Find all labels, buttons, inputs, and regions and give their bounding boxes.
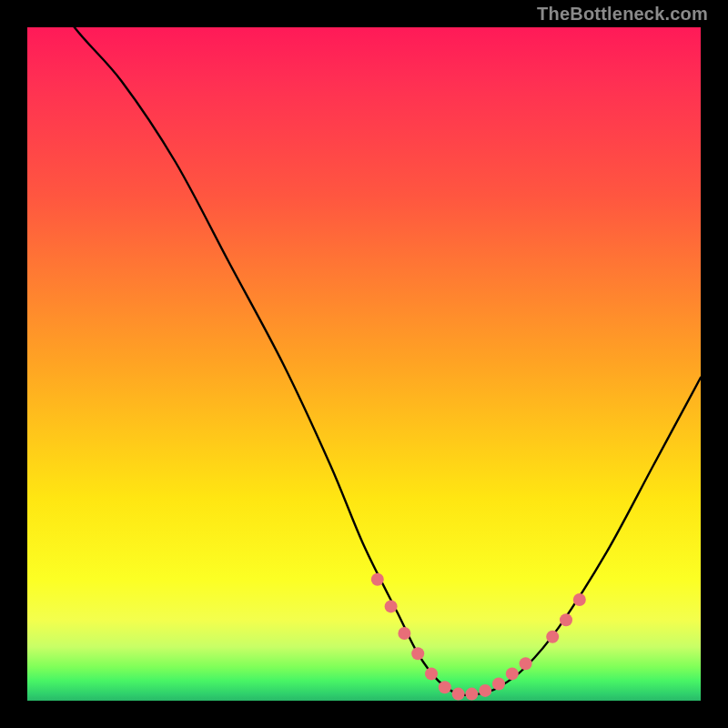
- trough-marker: [560, 613, 572, 626]
- trough-marker: [465, 688, 478, 701]
- trough-markers: [371, 573, 586, 701]
- trough-marker: [452, 688, 465, 701]
- trough-marker: [425, 667, 438, 680]
- trough-marker: [492, 678, 505, 691]
- trough-marker: [439, 681, 451, 693]
- attribution-label: TheBottleneck.com: [537, 4, 708, 25]
- chart-svg: [27, 27, 701, 701]
- trough-marker: [520, 657, 532, 670]
- trough-marker: [479, 684, 491, 697]
- chart-frame: TheBottleneck.com: [0, 0, 728, 728]
- trough-marker: [398, 627, 410, 640]
- trough-marker: [371, 573, 384, 586]
- trough-marker: [573, 593, 586, 606]
- trough-marker: [385, 600, 398, 612]
- trough-marker: [546, 631, 559, 643]
- trough-marker: [506, 667, 519, 680]
- bottleneck-curve: [27, 0, 701, 695]
- plot-area: [27, 27, 701, 701]
- trough-marker: [411, 647, 424, 660]
